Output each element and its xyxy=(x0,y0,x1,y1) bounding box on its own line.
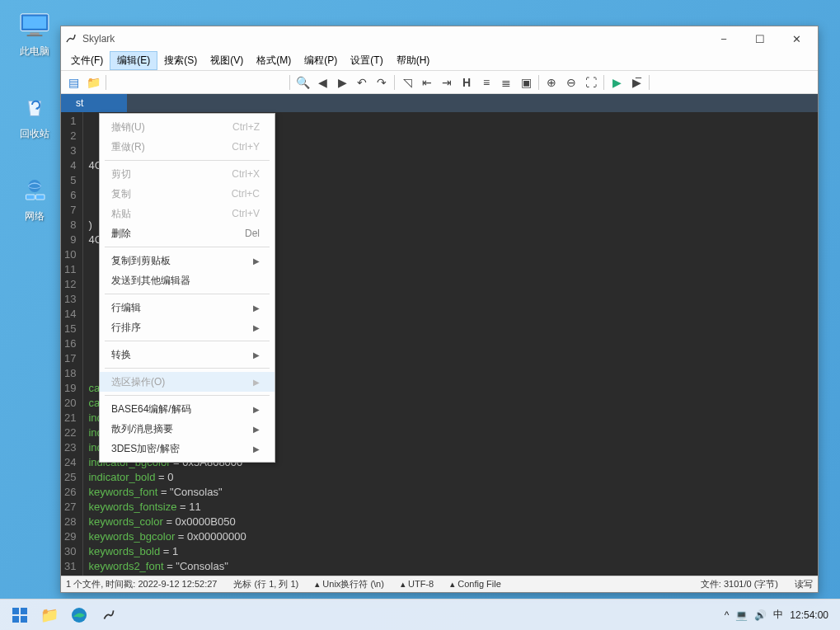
menu-item[interactable]: 行排序▶ xyxy=(100,317,275,337)
goto-icon[interactable]: ⇤ xyxy=(418,73,436,92)
menu-item: 撤销(U)Ctrl+Z xyxy=(100,117,275,137)
indent-icon[interactable]: ≡ xyxy=(477,73,495,92)
menu-shortcut: Ctrl+Z xyxy=(232,121,260,133)
menu-item-label: 行编辑 xyxy=(111,301,253,315)
svg-rect-11 xyxy=(12,616,19,623)
menu-item-label: 撤销(U) xyxy=(111,120,232,134)
menu-item-label: 复制到剪贴板 xyxy=(111,254,253,268)
menu-item[interactable]: 3DES加密/解密▶ xyxy=(100,439,275,458)
edit-menu-dropdown: 撤销(U)Ctrl+Z重做(R)Ctrl+Y剪切Ctrl+X复制Ctrl+C粘贴… xyxy=(99,113,275,463)
heading-icon[interactable]: H xyxy=(458,73,476,92)
menu-item[interactable]: BASE64编解/解码▶ xyxy=(100,399,275,419)
toggle-icon[interactable]: ▣ xyxy=(517,73,535,92)
bookmark-icon[interactable]: ◹ xyxy=(398,73,416,92)
app-title: Skylark xyxy=(82,33,706,45)
toolbar-separator xyxy=(538,75,539,90)
tray-ime[interactable]: 中 xyxy=(773,608,783,622)
submenu-arrow-icon: ▶ xyxy=(253,323,260,332)
new-file-icon[interactable]: ▤ xyxy=(64,73,82,92)
titlebar[interactable]: Skylark − ☐ ✕ xyxy=(61,26,818,51)
submenu-arrow-icon: ▶ xyxy=(253,256,260,266)
monitor-icon xyxy=(18,8,51,41)
menu-item-label: 3DES加密/解密 xyxy=(111,442,253,456)
toolbar-separator xyxy=(394,75,395,90)
menu-item-6[interactable]: 设置(T) xyxy=(344,51,389,70)
menu-item-7[interactable]: 帮助(H) xyxy=(390,51,437,70)
status-bar: 1 个文件, 时间戳: 2022-9-12 12:52:27 光标 (行 1, … xyxy=(61,576,818,592)
menu-item-5[interactable]: 编程(P) xyxy=(298,51,344,70)
start-button[interactable] xyxy=(5,603,35,628)
menu-item-3[interactable]: 视图(V) xyxy=(204,51,250,70)
prev-icon[interactable]: ◀ xyxy=(313,73,331,92)
menu-item[interactable]: 散列/消息摘要▶ xyxy=(100,419,275,439)
menu-item-label: 发送到其他编辑器 xyxy=(111,274,260,288)
tray-network-icon[interactable]: 💻 xyxy=(735,609,748,621)
tab-bar: st xyxy=(61,94,818,112)
menu-item[interactable]: 复制到剪贴板▶ xyxy=(100,251,275,270)
submenu-arrow-icon: ▶ xyxy=(253,425,260,434)
menu-item-0[interactable]: 文件(F) xyxy=(64,51,110,70)
tray-volume-icon[interactable]: 🔊 xyxy=(754,609,767,621)
undo-icon[interactable]: ↶ xyxy=(353,73,371,92)
tray-chevron-icon[interactable]: ^ xyxy=(725,609,730,621)
next-icon[interactable]: ▶ xyxy=(333,73,351,92)
menu-item[interactable]: 发送到其他编辑器 xyxy=(100,270,275,290)
menu-item[interactable]: 行编辑▶ xyxy=(100,298,275,317)
submenu-arrow-icon: ▶ xyxy=(253,405,260,414)
menu-item: 重做(R)Ctrl+Y xyxy=(100,137,275,157)
desktop-icon-network[interactable]: 网络 xyxy=(10,173,59,223)
menu-item: 剪切Ctrl+X xyxy=(100,164,275,184)
toolbar-separator xyxy=(603,75,604,90)
menu-item-2[interactable]: 搜索(S) xyxy=(157,51,204,70)
status-cursor: 光标 (行 1, 列 1) xyxy=(233,578,298,590)
minimize-button[interactable]: − xyxy=(706,27,742,50)
svg-rect-10 xyxy=(21,608,27,614)
menu-item-label: 行排序 xyxy=(111,321,253,335)
edge-icon[interactable] xyxy=(64,603,94,628)
close-button[interactable]: ✕ xyxy=(778,27,814,50)
toolbar: ▤ 📁 🔍 ◀ ▶ ↶ ↷ ◹ ⇤ ⇥ H ≡ ≣ ▣ ⊕ ⊖ ⛶ ▶ ▶̅ xyxy=(61,71,818,94)
submenu-arrow-icon: ▶ xyxy=(253,444,260,454)
menu-item[interactable]: 删除Del xyxy=(100,223,275,243)
explorer-icon[interactable]: 📁 xyxy=(35,603,64,628)
skylark-taskbar-icon[interactable] xyxy=(94,603,124,628)
taskbar[interactable]: 📁 ^ 💻 🔊 中 12:54:00 xyxy=(0,599,840,630)
menu-item-4[interactable]: 格式(M) xyxy=(250,51,298,70)
svg-rect-1 xyxy=(23,16,46,29)
search-icon[interactable]: 🔍 xyxy=(293,73,312,92)
file-tab[interactable]: st xyxy=(61,94,127,112)
run-icon[interactable]: ▶ xyxy=(608,73,626,92)
maximize-button[interactable]: ☐ xyxy=(742,27,778,50)
menu-item-label: 散列/消息摘要 xyxy=(111,422,253,436)
menu-item-label: 复制 xyxy=(111,187,232,201)
menu-item-1[interactable]: 编辑(E) xyxy=(110,51,157,70)
fullscreen-icon[interactable]: ⛶ xyxy=(582,73,600,92)
line-gutter: 1234567891011121314151617181920212223242… xyxy=(61,112,83,576)
desktop-icon-this-pc[interactable]: 此电脑 xyxy=(10,8,59,59)
menu-separator xyxy=(105,341,270,341)
terminal-icon[interactable]: ▶̅ xyxy=(627,73,645,92)
menu-separator xyxy=(105,160,270,161)
desktop-icon-recycle-bin[interactable]: 回收站 xyxy=(10,91,59,141)
menu-shortcut: Ctrl+Y xyxy=(232,141,260,153)
svg-rect-8 xyxy=(36,195,45,200)
menu-separator xyxy=(105,247,270,247)
desktop-icon-label: 回收站 xyxy=(10,127,59,141)
status-filesize: 文件: 3101/0 (字节) xyxy=(701,578,778,590)
svg-rect-7 xyxy=(26,195,35,200)
goto2-icon[interactable]: ⇥ xyxy=(438,73,456,92)
svg-rect-3 xyxy=(27,35,43,36)
outdent-icon[interactable]: ≣ xyxy=(497,73,515,92)
redo-icon[interactable]: ↷ xyxy=(373,73,391,92)
menu-item[interactable]: 转换▶ xyxy=(100,345,275,364)
menu-separator xyxy=(105,368,270,369)
menubar: 文件(F)编辑(E)搜索(S)视图(V)格式(M)编程(P)设置(T)帮助(H) xyxy=(61,51,818,71)
open-folder-icon[interactable]: 📁 xyxy=(84,73,102,92)
svg-rect-2 xyxy=(30,32,39,35)
network-icon xyxy=(18,173,51,206)
tray-clock[interactable]: 12:54:00 xyxy=(790,609,828,621)
menu-item-label: 转换 xyxy=(111,348,253,362)
zoom-in-icon[interactable]: ⊕ xyxy=(542,73,561,92)
status-filetype: ▴ Config File xyxy=(450,579,501,590)
zoom-out-icon[interactable]: ⊖ xyxy=(562,73,580,92)
